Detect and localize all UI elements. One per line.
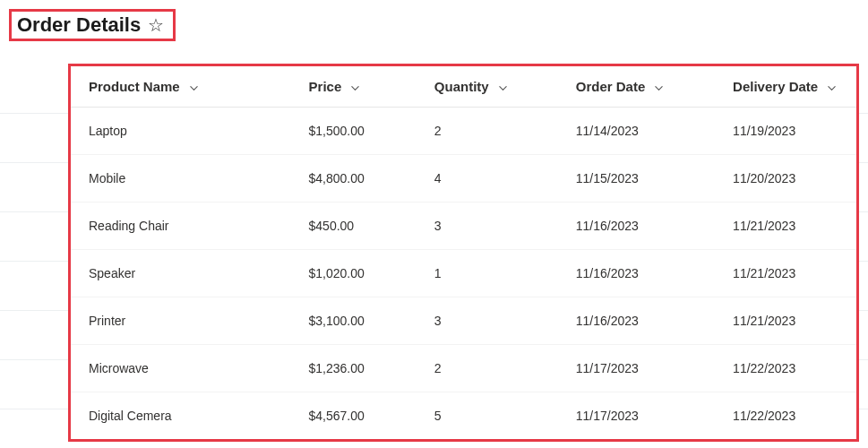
cell-order-date: 11/16/2023 <box>558 202 715 250</box>
table-body: Laptop$1,500.00211/14/202311/19/2023Mobi… <box>71 108 856 440</box>
column-header-quantity[interactable]: Quantity <box>417 66 558 108</box>
chevron-down-icon <box>350 79 360 94</box>
chevron-down-icon <box>498 79 508 94</box>
page-header: Order Details ☆ <box>9 9 176 41</box>
cell-product-name: Laptop <box>71 108 291 155</box>
column-header-order-date[interactable]: Order Date <box>558 66 715 108</box>
cell-delivery-date: 11/20/2023 <box>715 155 856 202</box>
cell-delivery-date: 11/21/2023 <box>715 202 856 250</box>
cell-quantity: 1 <box>417 250 558 297</box>
cell-product-name: Mobile <box>71 155 291 202</box>
cell-order-date: 11/17/2023 <box>558 392 715 440</box>
column-header-price[interactable]: Price <box>291 66 417 108</box>
chevron-down-icon <box>189 79 199 94</box>
cell-delivery-date: 11/21/2023 <box>715 250 856 297</box>
cell-price: $1,236.00 <box>291 345 417 392</box>
chevron-down-icon <box>654 79 664 94</box>
table-row[interactable]: Digital Cemera$4,567.00511/17/202311/22/… <box>71 392 856 440</box>
cell-price: $1,500.00 <box>291 108 417 155</box>
cell-order-date: 11/15/2023 <box>558 155 715 202</box>
favorite-star-icon[interactable]: ☆ <box>148 16 164 34</box>
table-row[interactable]: Speaker$1,020.00111/16/202311/21/2023 <box>71 250 856 297</box>
cell-quantity: 2 <box>417 345 558 392</box>
cell-quantity: 3 <box>417 297 558 345</box>
cell-delivery-date: 11/19/2023 <box>715 108 856 155</box>
cell-price: $3,100.00 <box>291 297 417 345</box>
column-label: Product Name <box>89 79 180 94</box>
cell-price: $1,020.00 <box>291 250 417 297</box>
cell-quantity: 2 <box>417 108 558 155</box>
cell-product-name: Digital Cemera <box>71 392 291 440</box>
chevron-down-icon <box>827 79 837 94</box>
table-row[interactable]: Laptop$1,500.00211/14/202311/19/2023 <box>71 108 856 155</box>
cell-order-date: 11/14/2023 <box>558 108 715 155</box>
cell-quantity: 5 <box>417 392 558 440</box>
column-header-product-name[interactable]: Product Name <box>71 66 291 108</box>
cell-delivery-date: 11/21/2023 <box>715 297 856 345</box>
cell-quantity: 3 <box>417 202 558 250</box>
cell-delivery-date: 11/22/2023 <box>715 392 856 440</box>
cell-order-date: 11/16/2023 <box>558 297 715 345</box>
cell-delivery-date: 11/22/2023 <box>715 345 856 392</box>
column-label: Order Date <box>576 79 646 94</box>
cell-price: $4,800.00 <box>291 155 417 202</box>
table-row[interactable]: Reading Chair$450.00311/16/202311/21/202… <box>71 202 856 250</box>
column-label: Price <box>309 79 342 94</box>
cell-order-date: 11/16/2023 <box>558 250 715 297</box>
cell-price: $450.00 <box>291 202 417 250</box>
cell-product-name: Microwave <box>71 345 291 392</box>
table-row[interactable]: Printer$3,100.00311/16/202311/21/2023 <box>71 297 856 345</box>
cell-product-name: Printer <box>71 297 291 345</box>
table-row[interactable]: Microwave$1,236.00211/17/202311/22/2023 <box>71 345 856 392</box>
table-header-row: Product Name Price Quantity Order Date D… <box>71 66 856 108</box>
table-row[interactable]: Mobile$4,800.00411/15/202311/20/2023 <box>71 155 856 202</box>
cell-product-name: Speaker <box>71 250 291 297</box>
page-title: Order Details <box>17 13 141 37</box>
order-details-table: Product Name Price Quantity Order Date D… <box>68 64 859 442</box>
column-label: Delivery Date <box>733 79 818 94</box>
column-label: Quantity <box>434 79 489 94</box>
cell-quantity: 4 <box>417 155 558 202</box>
cell-price: $4,567.00 <box>291 392 417 440</box>
cell-product-name: Reading Chair <box>71 202 291 250</box>
cell-order-date: 11/17/2023 <box>558 345 715 392</box>
column-header-delivery-date[interactable]: Delivery Date <box>715 66 856 108</box>
